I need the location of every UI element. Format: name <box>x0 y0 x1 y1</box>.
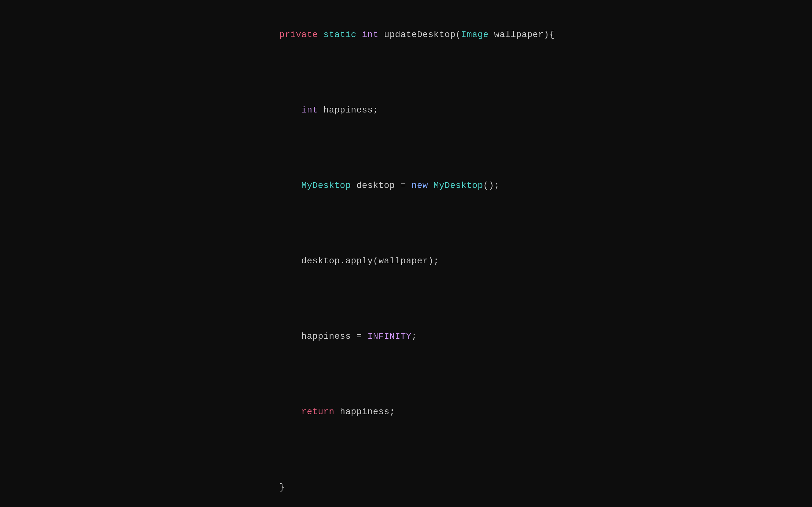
class-mydesktop-2: MyDesktop <box>434 181 483 190</box>
param-rest: wallpaper){ <box>489 30 554 40</box>
space <box>318 30 323 40</box>
closing-brace: } <box>280 482 285 492</box>
keyword-static: static <box>323 30 357 40</box>
return-value: happiness; <box>334 407 395 417</box>
indent <box>280 407 301 417</box>
keyword-return: return <box>301 407 334 417</box>
apply-call: desktop.apply(wallpaper); <box>301 256 439 266</box>
code-line-6: return happiness; <box>257 389 555 435</box>
constant-infinity: INFINITY <box>367 331 411 341</box>
code-display: private static int updateDesktop(Image w… <box>257 0 555 507</box>
keyword-new: new <box>411 181 428 190</box>
space <box>357 30 362 40</box>
code-line-3: MyDesktop desktop = new MyDesktop(); <box>257 163 555 208</box>
code-line-1: private static int updateDesktop(Image w… <box>257 12 555 58</box>
space <box>428 181 433 190</box>
code-line-5: happiness = INFINITY; <box>257 314 555 359</box>
constructor-call: (); <box>483 181 500 190</box>
indent <box>280 181 301 190</box>
code-line-4: desktop.apply(wallpaper); <box>257 238 555 284</box>
method-signature: updateDesktop( <box>378 30 461 40</box>
keyword-private: private <box>280 30 318 40</box>
keyword-int: int <box>362 30 378 40</box>
code-line-2: int happiness; <box>257 88 555 133</box>
class-mydesktop: MyDesktop <box>301 181 351 190</box>
param-type-image: Image <box>461 30 489 40</box>
var-desktop: desktop = <box>351 181 411 190</box>
indent <box>280 256 301 266</box>
semicolon: ; <box>411 331 417 341</box>
keyword-int-2: int <box>301 105 318 115</box>
happiness-assign: happiness = <box>301 331 367 341</box>
indent <box>280 105 301 115</box>
code-line-7: } <box>257 464 555 507</box>
var-happiness: happiness; <box>318 105 378 115</box>
indent <box>280 331 301 341</box>
